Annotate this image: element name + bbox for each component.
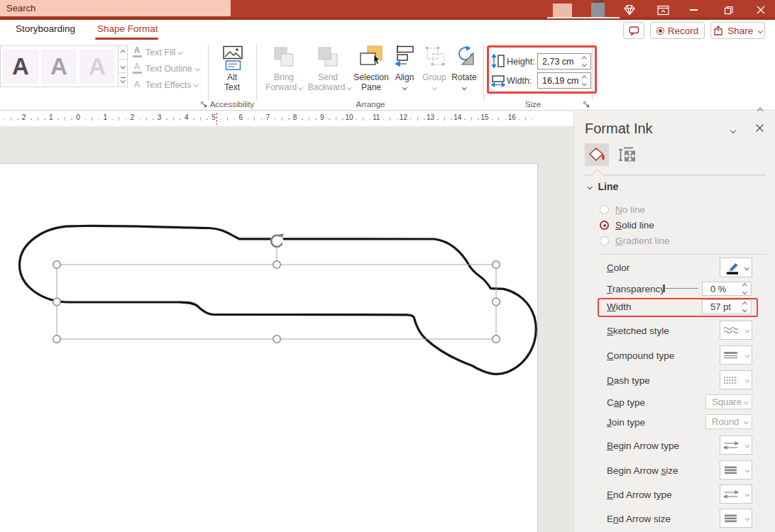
group-button[interactable]: Group [419, 73, 450, 82]
align-button[interactable]: Align [389, 73, 420, 82]
radio-solid-line[interactable]: Solid line [600, 220, 654, 231]
wordart-style-2[interactable]: A [41, 49, 77, 84]
line-section-header[interactable]: Line [588, 181, 618, 192]
transparency-spinner[interactable] [740, 282, 749, 295]
ruler-tick-dot [492, 118, 493, 120]
radio-button[interactable] [600, 236, 609, 245]
ruler-tick-dot [424, 118, 425, 120]
ruler-number: 7 [262, 113, 273, 121]
sketched-style-label: Sketched style [607, 326, 669, 336]
alt-text-label1: Alt [214, 73, 250, 82]
share-button[interactable]: Share [710, 22, 765, 39]
selection-handle-e[interactable] [493, 298, 500, 305]
end-arrow-type-dropdown[interactable] [720, 484, 752, 504]
alt-text-button[interactable] [222, 45, 243, 74]
wordart-scroll-down[interactable] [118, 59, 128, 73]
ruler-tick-dot [519, 118, 520, 120]
wordart-dialog-launcher[interactable] [201, 101, 208, 109]
selection-handle-s[interactable] [273, 336, 280, 343]
ruler-number: 2 [18, 113, 30, 121]
tab-shape-format[interactable]: Shape Format [97, 20, 158, 38]
ruler-number: 13 [425, 113, 436, 121]
wordart-more-button[interactable] [118, 72, 128, 87]
sketched-style-dropdown[interactable] [720, 321, 752, 340]
ruler-tick-dot [31, 118, 32, 120]
text-effects-button[interactable]: A Text Effects [132, 77, 198, 92]
begin-arrow-type-label: Begin Arrow type [607, 440, 679, 451]
selection-handle-n[interactable] [273, 261, 280, 268]
begin-arrow-type-dropdown[interactable] [720, 436, 752, 455]
ruler-tick-dot [248, 118, 249, 120]
dropdown-chevron [745, 516, 749, 520]
close-button[interactable] [754, 0, 768, 20]
title-bar: Search [0, 0, 775, 20]
tab-storyboarding[interactable]: Storyboarding [16, 20, 75, 38]
ruler-tick-line [65, 117, 65, 121]
restore-button[interactable] [721, 0, 735, 20]
search-input[interactable]: Search [0, 0, 231, 16]
transparency-slider-track[interactable] [663, 288, 698, 289]
send-backward-button[interactable]: Send [309, 73, 346, 82]
ruler-tick-dot [315, 118, 317, 120]
ruler-position-indicator [216, 113, 217, 125]
text-outline-button[interactable]: A Text Outline [132, 61, 199, 76]
begin-arrow-size-dropdown[interactable] [720, 460, 752, 480]
panel-collapse-chevron[interactable] [731, 124, 735, 137]
transparency-slider-thumb[interactable] [663, 284, 665, 292]
selection-pane-button[interactable]: Selection [351, 73, 391, 82]
text-outline-icon: A [132, 63, 142, 74]
rotate-button[interactable]: Rotate [448, 73, 480, 82]
wordart-style-3[interactable]: A [79, 49, 115, 84]
rotate-handle[interactable] [270, 234, 285, 248]
tab-size-properties[interactable] [615, 143, 639, 166]
selection-handle-se[interactable] [493, 336, 500, 343]
comment-icon [629, 26, 639, 35]
align-chevron [389, 83, 420, 92]
compound-type-dropdown[interactable] [720, 345, 752, 365]
ruler-number: 14 [452, 113, 463, 121]
tab-fill-line[interactable] [585, 143, 609, 166]
minimize-button[interactable] [686, 0, 700, 20]
arrange-group-label: Arrange [346, 100, 395, 109]
ruler-tick-dot [275, 118, 276, 120]
panel-close-button[interactable] [753, 123, 766, 135]
radio-button[interactable] [600, 205, 609, 214]
ruler-number: 0 [72, 113, 84, 121]
wordart-scroll-up[interactable] [118, 45, 128, 60]
color-picker-button[interactable] [720, 257, 752, 277]
radio-gradient-line[interactable]: Gradient line [600, 235, 670, 246]
ribbon-display-options-icon[interactable] [656, 0, 670, 20]
titlebar-thumbnail-light [553, 4, 572, 17]
record-button[interactable]: Record [650, 22, 705, 39]
ribbon: A A A A Text Fill A Text Outline A Text … [0, 40, 775, 111]
join-type-dropdown[interactable]: Round [705, 414, 752, 429]
radio-button[interactable] [600, 221, 609, 230]
ribbon-tab-row: Storyboarding Shape Format Record Share [0, 20, 775, 40]
end-arrow-size-dropdown[interactable] [720, 509, 752, 528]
transparency-input[interactable]: 0 % [702, 282, 752, 296]
size-dialog-launcher[interactable] [583, 101, 590, 109]
cap-type-dropdown[interactable]: Square [705, 394, 752, 409]
comments-button[interactable] [623, 22, 644, 39]
gem-icon[interactable] [622, 0, 637, 20]
wordart-style-1[interactable]: A [3, 49, 38, 84]
alt-text-label2: Text [214, 83, 250, 92]
dropdown-value: Round [712, 416, 739, 427]
ruler-tick-dot [302, 118, 303, 120]
selection-handle-nw[interactable] [53, 261, 60, 268]
group-separator [483, 45, 484, 100]
panel-tab-separator [574, 167, 775, 177]
radio-no-line[interactable]: No line [600, 204, 645, 215]
ruler-tick-dot [464, 118, 466, 120]
bring-forward-button[interactable]: Bring [265, 73, 302, 82]
selection-handle-ne[interactable] [493, 261, 500, 268]
ruler-tick-dot [437, 118, 439, 120]
text-fill-button[interactable]: A Text Fill [132, 45, 182, 60]
selection-handle-w[interactable] [53, 298, 60, 305]
rotate-icon [453, 45, 476, 70]
ink-shape[interactable] [20, 226, 537, 374]
selection-handle-sw[interactable] [53, 336, 60, 343]
dash-type-dropdown[interactable] [720, 370, 752, 389]
radio-label: No line [615, 204, 645, 215]
ruler-tick-dot [207, 118, 208, 120]
